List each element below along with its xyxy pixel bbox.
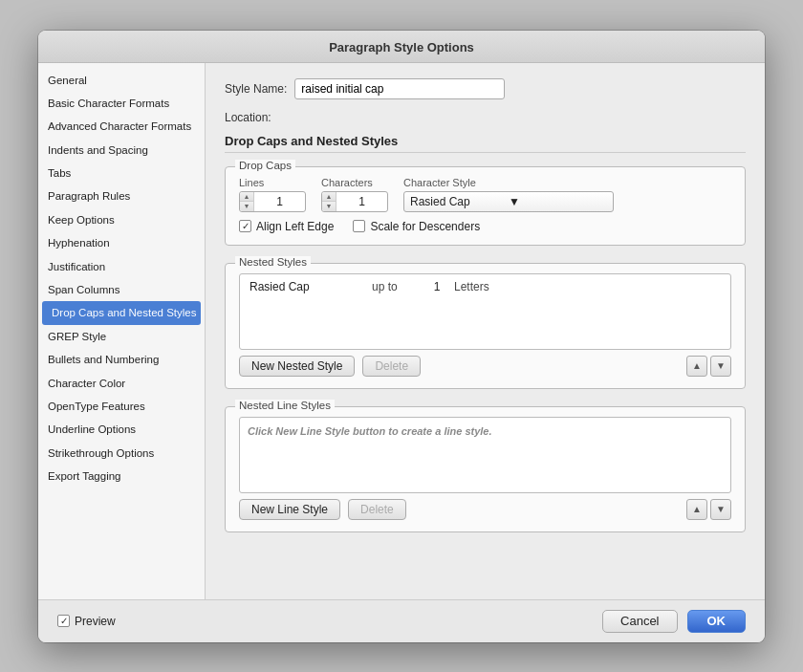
characters-value: 1 [336,195,387,208]
nested-line-styles-arrow-buttons: ▲ ▼ [686,499,731,520]
scale-for-descenders-checkbox[interactable]: Scale for Descenders [353,220,480,233]
nested-style-type: Letters [454,280,489,293]
sidebar-item-strikethrough-options[interactable]: Strikethrough Options [38,442,205,465]
nested-styles-group: Nested Styles Rasied Cap up to 1 Letters… [225,263,746,389]
character-style-label: Character Style [403,177,614,188]
paragraph-style-dialog: Paragraph Style Options GeneralBasic Cha… [38,31,765,642]
characters-arrows: ▲ ▼ [322,192,336,211]
sidebar-item-grep-style[interactable]: GREP Style [38,325,205,348]
drop-caps-title: Drop Caps [235,160,295,171]
scale-for-descenders-label: Scale for Descenders [370,220,480,233]
nested-styles-list: Rasied Cap up to 1 Letters [239,273,731,350]
dialog-footer: Preview Cancel OK [38,599,765,642]
sidebar-item-general[interactable]: General [38,69,205,92]
nested-styles-down-button[interactable]: ▼ [710,356,731,377]
delete-nested-style-button[interactable]: Delete [362,356,421,377]
sidebar-item-export-tagging[interactable]: Export Tagging [38,465,205,488]
characters-spinner[interactable]: ▲ ▼ 1 [321,191,388,212]
section-header: Drop Caps and Nested Styles [225,134,746,153]
nested-line-styles-title: Nested Line Styles [235,400,335,411]
character-style-value: Rasied Cap [410,195,509,208]
characters-label: Characters [321,177,388,188]
drop-caps-group: Drop Caps Lines ▲ ▼ 1 [225,166,746,246]
dialog-titlebar: Paragraph Style Options [38,31,765,63]
nested-line-styles-list: Click New Line Style button to create a … [239,417,731,493]
align-left-edge-label: Align Left Edge [256,220,334,233]
sidebar-item-tabs[interactable]: Tabs [38,162,205,184]
nested-style-item: Rasied Cap up to 1 Letters [246,278,725,295]
nested-styles-title: Nested Styles [235,256,311,268]
nested-line-styles-hint: Click New Line Style button to create a … [246,422,725,441]
scale-for-descenders-check-box [353,220,365,232]
sidebar-item-justification[interactable]: Justification [38,255,205,278]
characters-col: Characters ▲ ▼ 1 [321,177,388,212]
nested-styles-arrow-buttons: ▲ ▼ [686,356,731,377]
nested-line-styles-down-button[interactable]: ▼ [710,499,731,520]
sidebar-item-span-columns[interactable]: Span Columns [38,278,205,301]
ok-button[interactable]: OK [687,610,747,633]
align-left-edge-check-box [239,220,251,232]
lines-col: Lines ▲ ▼ 1 [239,177,306,212]
characters-up-arrow[interactable]: ▲ [322,192,336,202]
sidebar-item-basic-character-formats[interactable]: Basic Character Formats [38,92,205,115]
lines-spinner[interactable]: ▲ ▼ 1 [239,191,306,212]
checkbox-row: Align Left Edge Scale for Descenders [239,220,731,233]
sidebar-item-hyphenation[interactable]: Hyphenation [38,231,205,254]
lines-label: Lines [239,177,306,188]
preview-check-box [57,615,70,627]
lines-arrows: ▲ ▼ [240,192,254,211]
style-name-input[interactable] [294,78,505,99]
main-content: Style Name: Location: Drop Caps and Nest… [206,63,765,599]
location-row: Location: [225,111,746,124]
new-nested-style-button[interactable]: New Nested Style [239,356,355,377]
delete-line-style-button[interactable]: Delete [348,499,406,520]
select-arrow-icon: ▼ [509,195,607,208]
style-name-label: Style Name: [225,82,287,96]
character-style-select[interactable]: Rasied Cap ▼ [403,191,614,212]
sidebar-item-bullets-and-numbering[interactable]: Bullets and Numbering [38,348,205,371]
nested-style-name: Rasied Cap [250,280,364,293]
location-label: Location: [225,111,271,124]
nested-line-styles-button-row: New Line Style Delete ▲ ▼ [239,499,731,520]
sidebar-item-paragraph-rules[interactable]: Paragraph Rules [38,184,205,207]
preview-label: Preview [75,615,116,628]
sidebar-item-character-color[interactable]: Character Color [38,372,205,395]
nested-styles-button-row: New Nested Style Delete ▲ ▼ [239,356,731,377]
preview-checkbox[interactable]: Preview [57,615,116,628]
nested-line-styles-group: Nested Line Styles Click New Line Style … [225,406,746,532]
sidebar-item-keep-options[interactable]: Keep Options [38,208,205,231]
style-name-row: Style Name: [225,78,746,99]
align-left-edge-checkbox[interactable]: Align Left Edge [239,220,334,233]
cancel-button[interactable]: Cancel [602,610,677,633]
dialog-title: Paragraph Style Options [329,40,474,54]
sidebar-item-drop-caps-and-nested-styles[interactable]: Drop Caps and Nested Styles [42,301,201,324]
sidebar-item-opentype-features[interactable]: OpenType Features [38,395,205,418]
nested-styles-up-button[interactable]: ▲ [686,356,707,377]
nested-style-num: 1 [427,280,446,293]
lines-value: 1 [254,195,305,208]
drop-caps-cols: Lines ▲ ▼ 1 Characters [239,177,731,212]
characters-down-arrow[interactable]: ▼ [322,202,336,211]
lines-up-arrow[interactable]: ▲ [240,192,253,202]
nested-line-styles-up-button[interactable]: ▲ [686,499,707,520]
new-line-style-button[interactable]: New Line Style [239,499,340,520]
nested-style-upto: up to [372,280,420,293]
sidebar: GeneralBasic Character FormatsAdvanced C… [38,63,206,599]
sidebar-item-indents-and-spacing[interactable]: Indents and Spacing [38,139,205,162]
lines-down-arrow[interactable]: ▼ [240,202,253,211]
sidebar-item-advanced-character-formats[interactable]: Advanced Character Formats [38,115,205,138]
character-style-col: Character Style Rasied Cap ▼ [403,177,614,212]
sidebar-item-underline-options[interactable]: Underline Options [38,418,205,441]
